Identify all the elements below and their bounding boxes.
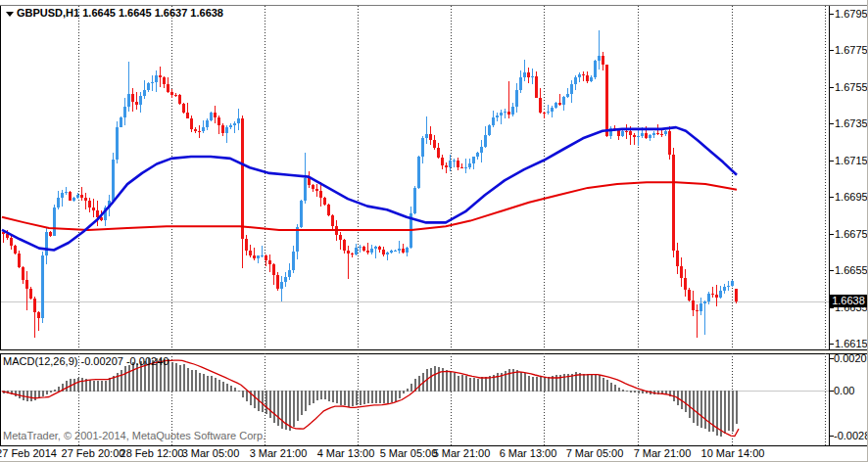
candle-bull: [112, 160, 115, 201]
candle-bull: [566, 94, 569, 97]
candle-bear: [323, 198, 326, 205]
candle-bull: [731, 281, 734, 286]
candle-bull: [61, 193, 64, 198]
chart-canvas[interactable]: [0, 0, 868, 462]
candle-bull: [500, 113, 503, 116]
candle-bear: [22, 267, 24, 280]
candle-bull: [531, 76, 534, 77]
candle-bull: [453, 161, 456, 162]
candle-bear: [343, 240, 346, 251]
candle-bull: [374, 247, 377, 249]
candle-bear: [327, 205, 330, 216]
candle-bull: [261, 255, 264, 256]
candle-bear: [69, 192, 72, 201]
candle-bear: [605, 65, 608, 136]
candle-bull: [652, 133, 655, 136]
candle-bull: [492, 117, 495, 126]
candle-bull: [398, 249, 401, 251]
candle-bear: [241, 118, 244, 239]
candle-bear: [88, 201, 91, 208]
candle-bear: [170, 92, 173, 95]
candle-bear: [457, 161, 459, 167]
candle-bull: [484, 135, 487, 147]
candle-bear: [366, 251, 369, 253]
candle-bear: [507, 112, 510, 114]
candle-bear: [645, 133, 648, 138]
candle-bull: [496, 116, 499, 116]
candle-bear: [25, 280, 28, 288]
metatrader-chart-window: GBPUSD,H1 1.6645 1.6645 1.6637 1.6638 MA…: [0, 0, 868, 462]
candle-bull: [621, 131, 624, 136]
candle-bull: [421, 138, 424, 158]
candle-bear: [163, 77, 166, 84]
candle-bull: [390, 251, 393, 253]
candle-bull: [449, 161, 452, 167]
candle-bear: [312, 185, 314, 189]
candle-bull: [206, 120, 209, 127]
candle-bear: [429, 134, 432, 140]
candle-bull: [386, 253, 389, 254]
candle-bear: [382, 250, 385, 254]
candle-bear: [49, 232, 52, 236]
candle-bear: [676, 251, 679, 265]
candle-bull: [292, 252, 295, 271]
candle-bear: [214, 113, 217, 117]
candle-bull: [511, 107, 514, 115]
candle-bear: [18, 254, 21, 267]
candle-bull: [406, 248, 409, 253]
candle-bull: [464, 167, 467, 168]
candle-bull: [417, 157, 420, 187]
candle-bull: [139, 96, 142, 105]
candle-bull: [300, 201, 303, 227]
candle-bear: [688, 290, 691, 300]
candle-bull: [76, 195, 79, 198]
candle-bull: [394, 251, 397, 252]
candle-bear: [272, 264, 275, 275]
price-axis-label: 1.6675: [835, 228, 868, 240]
bid-price-tag: 1.6638: [830, 295, 867, 307]
candle-bull: [127, 94, 130, 108]
candle-bear: [276, 275, 279, 289]
candle-bear: [692, 300, 695, 311]
candle-bull: [519, 77, 522, 90]
candle-bull: [523, 72, 526, 77]
candle-bull: [202, 127, 205, 131]
candle-bear: [433, 140, 436, 148]
candle-bear: [339, 235, 342, 240]
candle-bull: [233, 123, 236, 126]
candle-bull: [555, 103, 557, 108]
candle-bull: [664, 131, 667, 134]
candle-bear: [96, 210, 99, 217]
candle-bear: [331, 215, 334, 226]
candle-bear: [351, 254, 354, 254]
candle-bull: [359, 247, 362, 248]
candle-bull: [472, 157, 475, 163]
candle-bear: [660, 134, 663, 135]
candle-bull: [225, 127, 228, 133]
indicator-axis-label: -0.0028: [834, 430, 868, 441]
candle-bear: [347, 251, 350, 254]
candle-bull: [147, 83, 150, 89]
candle-bull: [237, 118, 240, 123]
candle-bull: [284, 277, 287, 283]
candle-bear: [668, 131, 671, 154]
candle-bear: [535, 76, 538, 98]
candle-bear: [159, 75, 162, 77]
indicator-axis-label: 0.00202: [834, 352, 868, 364]
candle-bear: [441, 158, 444, 165]
candle-bull: [719, 291, 722, 298]
price-axis-label: 1.6795: [835, 8, 868, 20]
candle-bear: [178, 95, 181, 104]
candle-bull: [355, 248, 358, 254]
candle-bear: [245, 239, 248, 251]
candle-bear: [190, 118, 193, 129]
candle-bull: [57, 198, 60, 208]
symbol-dropdown-icon[interactable]: [6, 12, 14, 17]
candle-bear: [249, 251, 252, 255]
macd-indicator-label: MACD(12,26,9) -0.00207 -0.00240: [3, 355, 169, 367]
candle-bear: [378, 247, 381, 250]
candle-bear: [308, 178, 311, 185]
candle-bear: [715, 295, 718, 298]
candle-bear: [629, 131, 632, 134]
price-axis-label: 1.6715: [835, 155, 868, 166]
